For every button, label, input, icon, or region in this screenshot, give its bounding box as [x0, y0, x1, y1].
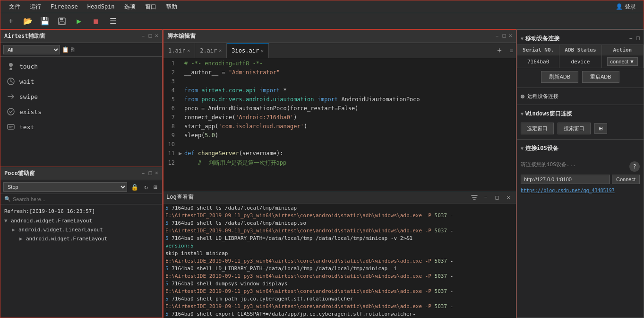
user-icon: 👤	[616, 3, 623, 10]
log-panel: Log查看窗 － □ ✕ 5 7164ba0 shell ls /data/lo…	[163, 191, 516, 318]
airtest-restore[interactable]: □	[149, 32, 152, 40]
remote-device-label: 远程设备连接	[527, 93, 558, 100]
menu-help[interactable]: 帮助	[161, 2, 182, 12]
ios-connect-btn[interactable]: Connect	[612, 175, 640, 184]
tab-close-0[interactable]: ✕	[187, 48, 190, 53]
tab-close-1[interactable]: ✕	[219, 48, 222, 53]
airtest-item-swipe[interactable]: swipe	[0, 89, 162, 104]
menu-extra-button[interactable]: ☰	[106, 15, 120, 28]
right-panel-minimize[interactable]: －	[628, 35, 634, 43]
editor-minimize[interactable]: －	[494, 32, 500, 40]
save-button[interactable]: 💾	[38, 15, 52, 28]
log-line-6: skip install minicap	[165, 250, 514, 257]
tab-close-2[interactable]: ✕	[261, 48, 264, 53]
tab-chevron-button[interactable]: ≡	[507, 47, 516, 54]
poco-settings-btn[interactable]: ⊞	[152, 183, 159, 192]
poco-minimize[interactable]: －	[140, 169, 146, 177]
log-close-btn[interactable]: ✕	[504, 193, 513, 202]
airtest-close[interactable]: ✕	[155, 32, 158, 40]
code-line-3: 3	[163, 78, 516, 87]
log-line-7: E:\AirtestIDE_2019-09-11_py3_win64\airte…	[165, 257, 514, 265]
ios-section-label: 连接iOS设备	[525, 144, 558, 152]
log-minimize-btn[interactable]: －	[481, 193, 490, 202]
remote-device-section: 远程设备连接	[517, 88, 644, 105]
poco-win-controls: － □ ✕	[140, 169, 158, 177]
poco-mode-select[interactable]: Stop	[3, 182, 127, 192]
log-restore-btn[interactable]: □	[492, 193, 502, 202]
left-panel: Airtest辅助窗 － □ ✕ All 📋 ⎘	[0, 29, 163, 318]
saveas-button[interactable]	[55, 15, 69, 28]
right-panel: ▼ 移动设备连接 － □ Serial NO. ADB Status Actio…	[516, 29, 644, 318]
airtest-item-wait[interactable]: wait	[0, 74, 162, 89]
menu-options[interactable]: 选项	[120, 2, 140, 12]
mobile-device-section: ▼ 移动设备连接 － □ Serial NO. ADB Status Actio…	[517, 30, 644, 88]
tab-label-2: 3ios.air	[232, 47, 259, 54]
log-line-12: 5 7164ba0 shell pm path jp.co.cyberagent…	[165, 295, 514, 303]
log-toolbar: Log查看窗 － □ ✕	[163, 191, 516, 203]
poco-restore[interactable]: □	[149, 169, 152, 177]
poco-close[interactable]: ✕	[155, 169, 158, 177]
restart-adb-btn[interactable]: 重启ADB	[582, 71, 619, 83]
poco-tree-item-1[interactable]: ▶ android.widget.LinearLayout	[0, 225, 162, 234]
poco-panel-title: Poco辅助窗	[4, 169, 35, 177]
col-action: Action	[601, 45, 643, 55]
device-row: 7164ba0 device connect ▼	[517, 55, 644, 68]
new-button[interactable]: ＋	[4, 15, 17, 28]
airtest-item-exists[interactable]: exists	[0, 104, 162, 119]
airtest-item-touch[interactable]: touch	[0, 59, 162, 74]
run-button[interactable]: ▶	[72, 15, 86, 28]
tab-add-button[interactable]: ＋	[492, 45, 507, 55]
center-panel: 脚本编辑窗 － □ ✕ 1.air ✕ 2.air ✕ 3ios.air	[163, 29, 516, 318]
airtest-filter-select[interactable]: All	[3, 45, 60, 54]
editor-tab-2[interactable]: 3ios.air ✕	[227, 43, 269, 58]
editor-restore[interactable]: □	[503, 32, 506, 40]
login-label: 登录	[625, 3, 636, 11]
poco-search-input[interactable]	[13, 196, 158, 202]
ios-triangle-icon: ▼	[521, 146, 524, 151]
stop-button[interactable]: ■	[89, 15, 103, 28]
ios-placeholder-text: 请连接您的iOS设备...	[521, 157, 576, 172]
poco-tree-item-0[interactable]: ▼ android.widget.FrameLayout	[0, 216, 162, 225]
airtest-filter-icon1[interactable]: 📋	[62, 46, 69, 53]
log-filter-btn[interactable]	[470, 193, 479, 202]
main-layout: Airtest辅助窗 － □ ✕ All 📋 ⎘	[0, 29, 644, 318]
login-button[interactable]: 👤 登录	[612, 2, 640, 12]
menu-headspin[interactable]: HeadSpin	[83, 2, 120, 11]
editor-win-controls: － □ ✕	[494, 32, 512, 40]
menu-firebase[interactable]: Firebase	[46, 2, 83, 11]
poco-tree-item-2[interactable]: ▶ android.widget.FrameLayout	[0, 234, 162, 243]
log-line-1: E:\AirtestIDE_2019-09-11_py3_win64\airte…	[165, 212, 514, 220]
open-button[interactable]: 📂	[21, 15, 34, 28]
menu-window[interactable]: 窗口	[140, 2, 161, 12]
refresh-adb-btn[interactable]: 刷新ADB	[541, 71, 578, 83]
poco-refresh-btn[interactable]: ↻	[142, 183, 150, 192]
blog-link[interactable]: https://blog.csdn.net/qq_43485197	[517, 187, 644, 194]
ios-section-title: ▼ 连接iOS设备	[517, 141, 644, 154]
editor-tab-1[interactable]: 2.air ✕	[195, 43, 227, 58]
device-connect-btn[interactable]: connect ▼	[607, 57, 638, 66]
airtest-minimize[interactable]: －	[140, 32, 146, 40]
code-line-1: 1 # -*- encoding=utf8 -*-	[163, 60, 516, 69]
log-line-0: 5 7164ba0 shell ls /data/local/tmp/minic…	[165, 204, 514, 212]
ios-help-btn[interactable]: ?	[629, 161, 640, 172]
airtest-item-text[interactable]: text	[0, 119, 162, 134]
select-window-btn[interactable]: 选定窗口	[521, 123, 554, 134]
airtest-filter-icon2[interactable]: ⎘	[71, 46, 74, 53]
remote-radio-indicator	[521, 95, 524, 98]
wait-label: wait	[19, 78, 34, 85]
windows-section-label: Windows窗口连接	[525, 110, 572, 118]
search-window-btn[interactable]: 搜索窗口	[558, 123, 591, 134]
device-table: Serial NO. ADB Status Action 7164ba0 dev…	[517, 44, 644, 68]
editor-close[interactable]: ✕	[509, 32, 512, 40]
editor-tab-0[interactable]: 1.air ✕	[163, 43, 195, 58]
window-extra-btn[interactable]: ⊞	[594, 123, 607, 134]
menu-run[interactable]: 运行	[25, 2, 46, 12]
ios-url-input[interactable]	[521, 175, 610, 184]
col-serial: Serial NO.	[517, 45, 559, 55]
poco-panel: Poco辅助窗 － □ ✕ Stop 🔒 ↻ ⊞ 🔍 Refr	[0, 167, 163, 318]
menu-file[interactable]: 文件	[4, 2, 25, 12]
right-panel-restore[interactable]: □	[636, 35, 640, 43]
wait-icon	[6, 77, 16, 86]
poco-lock-btn[interactable]: 🔒	[129, 183, 140, 192]
poco-search-box: 🔍	[0, 194, 162, 204]
